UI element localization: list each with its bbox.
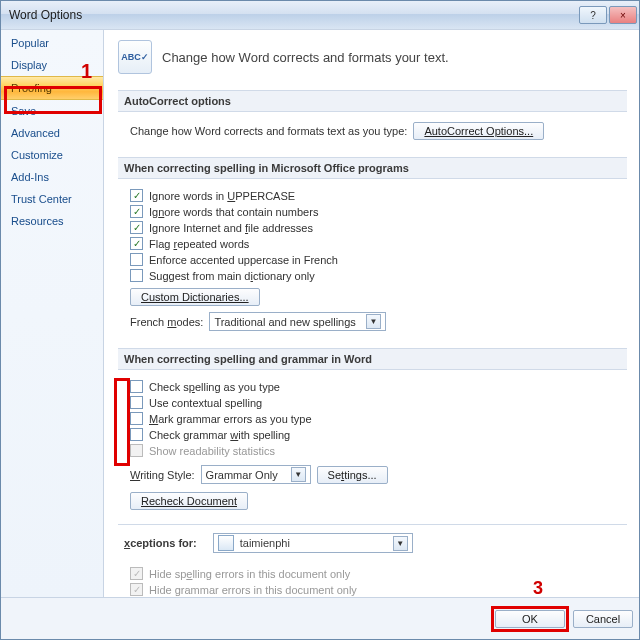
sidebar-item-save[interactable]: Save <box>1 100 103 122</box>
checkbox-label: Enforce accented uppercase in French <box>149 254 338 266</box>
office-check-3[interactable]: ✓Flag repeated words <box>130 237 621 250</box>
sidebar-item-advanced[interactable]: Advanced <box>1 122 103 144</box>
autocorrect-options-button[interactable]: AutoCorrect Options... <box>413 122 544 140</box>
checkbox-label: Ignore Internet and file addresses <box>149 222 313 234</box>
content-panel: ABC✓ Change how Word corrects and format… <box>104 30 639 597</box>
document-icon <box>218 535 234 551</box>
checkbox-label: Hide grammar errors in this document onl… <box>149 584 357 596</box>
page-title: Change how Word corrects and formats you… <box>162 50 449 65</box>
cancel-button[interactable]: Cancel <box>573 610 633 628</box>
group-spelling-word-header: When correcting spelling and grammar in … <box>118 348 627 370</box>
writing-style-select[interactable]: Grammar Only ▼ <box>201 465 311 484</box>
ok-button[interactable]: OK <box>495 610 565 628</box>
chevron-down-icon: ▼ <box>393 536 408 551</box>
french-modes-select[interactable]: Traditional and new spellings ▼ <box>209 312 385 331</box>
annotation-box-2 <box>114 378 130 466</box>
checkbox-icon[interactable]: ✓ <box>130 237 143 250</box>
checkbox-icon: ✓ <box>130 583 143 596</box>
close-button[interactable]: × <box>609 6 637 24</box>
sidebar: 1 PopularDisplayProofingSaveAdvancedCust… <box>1 30 104 597</box>
checkbox-label: Check grammar with spelling <box>149 429 290 441</box>
checkbox-icon[interactable] <box>130 412 143 425</box>
checkbox-icon[interactable] <box>130 380 143 393</box>
checkbox-icon[interactable]: ✓ <box>130 205 143 218</box>
writing-style-label: Writing Style: <box>130 469 195 481</box>
word-check-0[interactable]: Check spelling as you type <box>130 380 621 393</box>
checkbox-label: Mark grammar errors as you type <box>149 413 312 425</box>
checkbox-label: Ignore words in UPPERCASE <box>149 190 295 202</box>
checkbox-icon <box>130 444 143 457</box>
exception-check-0: ✓Hide spelling errors in this document o… <box>130 567 621 580</box>
chevron-down-icon: ▼ <box>366 314 381 329</box>
office-check-4[interactable]: Enforce accented uppercase in French <box>130 253 621 266</box>
checkbox-icon[interactable]: ✓ <box>130 189 143 202</box>
sidebar-item-popular[interactable]: Popular <box>1 32 103 54</box>
word-check-4: Show readability statistics <box>130 444 621 457</box>
office-check-1[interactable]: ✓Ignore words that contain numbers <box>130 205 621 218</box>
annotation-number-3: 3 <box>533 578 543 599</box>
window-title: Word Options <box>9 8 82 22</box>
dialog-footer: 3 OK Cancel <box>1 597 639 639</box>
checkbox-icon[interactable] <box>130 428 143 441</box>
abc-icon: ABC✓ <box>118 40 152 74</box>
exception-check-1: ✓Hide grammar errors in this document on… <box>130 583 621 596</box>
checkbox-icon: ✓ <box>130 567 143 580</box>
exceptions-for-select[interactable]: taimienphi ▼ <box>213 533 413 553</box>
word-options-dialog: Word Options ? × 1 PopularDisplayProofin… <box>0 0 640 640</box>
checkbox-icon[interactable] <box>130 253 143 266</box>
word-check-3[interactable]: Check grammar with spelling <box>130 428 621 441</box>
checkbox-label: Hide spelling errors in this document on… <box>149 568 350 580</box>
office-check-5[interactable]: Suggest from main dictionary only <box>130 269 621 282</box>
checkbox-label: Flag repeated words <box>149 238 249 250</box>
titlebar[interactable]: Word Options ? × <box>1 1 639 29</box>
custom-dictionaries-button[interactable]: Custom Dictionaries... <box>130 288 260 306</box>
word-check-1[interactable]: Use contextual spelling <box>130 396 621 409</box>
checkbox-icon[interactable] <box>130 269 143 282</box>
help-button[interactable]: ? <box>579 6 607 24</box>
checkbox-label: Suggest from main dictionary only <box>149 270 315 282</box>
office-check-2[interactable]: ✓Ignore Internet and file addresses <box>130 221 621 234</box>
sidebar-item-proofing[interactable]: Proofing <box>1 76 103 100</box>
word-check-2[interactable]: Mark grammar errors as you type <box>130 412 621 425</box>
group-autocorrect-header: AutoCorrect options <box>118 90 627 112</box>
group-exceptions-header: xceptions for: E taimienphi ▼ <box>118 524 627 557</box>
settings-button[interactable]: Settings... <box>317 466 388 484</box>
checkbox-label: Use contextual spelling <box>149 397 262 409</box>
sidebar-item-display[interactable]: Display <box>1 54 103 76</box>
checkbox-label: Ignore words that contain numbers <box>149 206 318 218</box>
sidebar-item-add-ins[interactable]: Add-Ins <box>1 166 103 188</box>
checkbox-label: Show readability statistics <box>149 445 275 457</box>
sidebar-item-trust-center[interactable]: Trust Center <box>1 188 103 210</box>
recheck-document-button[interactable]: Recheck Document <box>130 492 248 510</box>
sidebar-item-resources[interactable]: Resources <box>1 210 103 232</box>
checkbox-icon[interactable]: ✓ <box>130 221 143 234</box>
office-check-0[interactable]: ✓Ignore words in UPPERCASE <box>130 189 621 202</box>
chevron-down-icon: ▼ <box>291 467 306 482</box>
checkbox-icon[interactable] <box>130 396 143 409</box>
sidebar-item-customize[interactable]: Customize <box>1 144 103 166</box>
checkbox-label: Check spelling as you type <box>149 381 280 393</box>
french-modes-label: French modes: <box>130 316 203 328</box>
autocorrect-desc: Change how Word corrects and formats tex… <box>130 125 407 137</box>
group-spelling-office-header: When correcting spelling in Microsoft Of… <box>118 157 627 179</box>
